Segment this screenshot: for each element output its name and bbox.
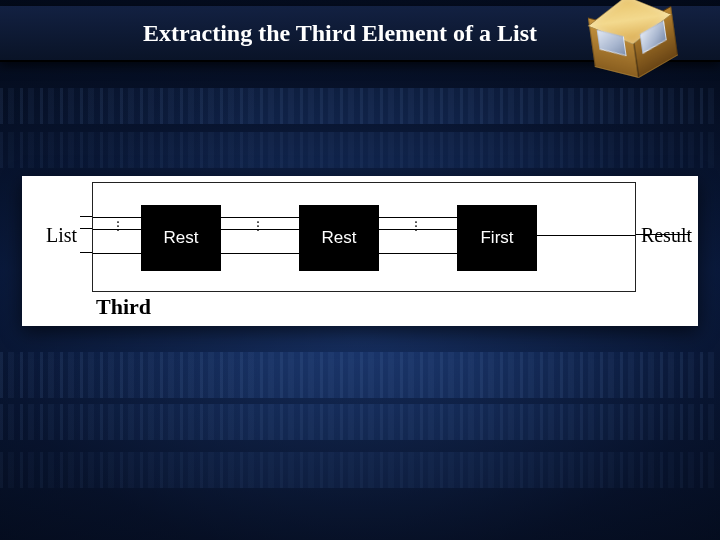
block-rest: Rest [299, 205, 379, 271]
wire [537, 235, 635, 236]
diagram-frame: ··· Rest ··· Rest ··· First [92, 182, 636, 292]
wire [80, 216, 92, 217]
block-label: Rest [322, 228, 357, 248]
output-label: Result [641, 224, 692, 247]
bg-strip [0, 132, 720, 168]
ellipsis-dots: ··· [411, 221, 421, 233]
diagram-caption: Third [96, 294, 151, 320]
bg-strip [0, 452, 720, 488]
wire [221, 253, 299, 254]
slide-title: Extracting the Third Element of a List [143, 20, 537, 47]
ellipsis-dots: ··· [253, 221, 263, 233]
wire [80, 228, 92, 229]
wire [80, 252, 92, 253]
diagram-panel: List ··· Rest ··· Rest ··· [22, 176, 698, 326]
diagram-flow: ··· Rest ··· Rest ··· First [93, 183, 635, 291]
ellipsis-dots: ··· [113, 221, 123, 233]
wire [379, 253, 457, 254]
wire [379, 217, 457, 218]
bg-strip [0, 352, 720, 398]
block-rest: Rest [141, 205, 221, 271]
package-cube-icon [585, 0, 680, 83]
block-label: Rest [164, 228, 199, 248]
block-label: First [480, 228, 513, 248]
wire [221, 217, 299, 218]
bg-strip [0, 404, 720, 440]
input-label: List [46, 224, 77, 247]
bg-strip [0, 88, 720, 124]
block-first: First [457, 205, 537, 271]
wire [93, 253, 141, 254]
